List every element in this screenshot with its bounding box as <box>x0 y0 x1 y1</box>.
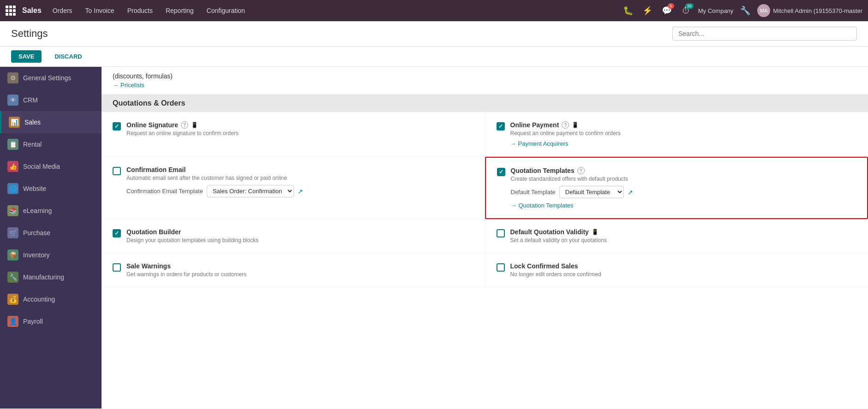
setting-desc-quotation-builder: Design your quotation templates using bu… <box>126 237 474 243</box>
sidebar-item-rental[interactable]: 📋 Rental <box>0 133 102 155</box>
sidebar-item-general-settings[interactable]: ⚙ General Settings <box>0 67 102 89</box>
brand-label: Sales <box>22 6 42 15</box>
setting-default-quotation-validity: Default Quotation Validity 📱 Set a defau… <box>485 219 868 253</box>
template-external-link[interactable]: ↗ <box>298 188 303 195</box>
setting-confirmation-email: Confirmation Email Automatic email sent … <box>102 157 485 219</box>
navbar: Sales Orders To Invoice Products Reporti… <box>0 0 868 21</box>
messages-badge: 5 <box>668 3 674 9</box>
navbar-right: 🐛 ⚡ 💬 5 ⏱ 36 My Company 🔧 MA Mitchell Ad… <box>621 3 862 18</box>
checkbox-sale-warnings[interactable] <box>113 263 121 272</box>
setting-title-sale-warnings: Sale Warnings <box>126 262 474 270</box>
sidebar-label-general-settings: General Settings <box>23 74 71 82</box>
sidebar-item-website[interactable]: 🌐 Website <box>0 178 102 200</box>
setting-desc-online-signature: Request an online signature to confirm o… <box>126 130 474 136</box>
checkbox-online-payment[interactable] <box>497 122 505 130</box>
settings-icon[interactable]: 🔧 <box>738 3 753 18</box>
elearning-icon: 📚 <box>7 205 18 216</box>
help-icon-online-payment[interactable]: ? <box>562 121 569 129</box>
timer-badge: 36 <box>685 3 694 9</box>
accounting-icon: 💰 <box>7 294 18 305</box>
general-settings-icon: ⚙ <box>7 72 18 83</box>
sidebar-label-social-media: Social Media <box>23 163 60 170</box>
sidebar-item-purchase[interactable]: 🛒 Purchase <box>0 222 102 244</box>
pricelists-link[interactable]: Pricelists <box>113 82 857 89</box>
social-media-icon: 👍 <box>7 161 18 172</box>
sidebar-item-elearning[interactable]: 📚 eLearning <box>0 200 102 222</box>
setting-desc-online-payment: Request an online payment to confirm ord… <box>510 130 857 136</box>
sidebar-item-social-media[interactable]: 👍 Social Media <box>0 155 102 178</box>
sidebar-item-manufacturing[interactable]: 🔧 Manufacturing <box>0 266 102 288</box>
template-select[interactable]: Sales Order: Confirmation <box>207 185 294 197</box>
payroll-icon: 👤 <box>7 316 18 327</box>
help-icon-online-signature[interactable]: ? <box>181 121 188 129</box>
setting-desc-lock-confirmed-sales: No longer edit orders once confirmed <box>510 271 857 278</box>
sidebar: ⚙ General Settings 👁 CRM 📊 Sales 📋 Renta… <box>0 67 102 409</box>
nav-reporting[interactable]: Reporting <box>160 0 199 21</box>
checkbox-quotation-builder[interactable] <box>113 229 121 237</box>
sidebar-item-crm[interactable]: 👁 CRM <box>0 89 102 111</box>
setting-lock-confirmed-sales: Lock Confirmed Sales No longer edit orde… <box>485 253 868 287</box>
user-menu[interactable]: MA Mitchell Admin (19155370-master <box>757 4 862 17</box>
checkbox-default-quotation-validity[interactable] <box>497 229 505 237</box>
company-name[interactable]: My Company <box>698 7 734 14</box>
sidebar-item-inventory[interactable]: 📦 Inventory <box>0 244 102 266</box>
setting-title-default-quotation-validity: Default Quotation Validity 📱 <box>510 228 857 236</box>
crm-icon: 👁 <box>7 95 18 106</box>
bug-icon[interactable]: 🐛 <box>621 3 635 18</box>
inventory-icon: 📦 <box>7 249 18 261</box>
setting-content-lock-confirmed-sales: Lock Confirmed Sales No longer edit orde… <box>510 262 857 278</box>
sidebar-item-accounting[interactable]: 💰 Accounting <box>0 288 102 310</box>
apps-grid-icon[interactable] <box>6 6 16 16</box>
checkbox-confirmation-email[interactable] <box>113 167 121 175</box>
setting-content-online-signature: Online Signature ? 📱 Request an online s… <box>126 121 474 136</box>
content-area: (discounts, formulas) Pricelists Quotati… <box>102 67 868 409</box>
sales-icon: 📊 <box>9 117 20 128</box>
nav-configuration[interactable]: Configuration <box>201 0 251 21</box>
setting-content-default-quotation-validity: Default Quotation Validity 📱 Set a defau… <box>510 228 857 243</box>
messages-icon[interactable]: 💬 5 <box>659 3 674 18</box>
default-template-row: Default Template Default Template ↗ <box>511 186 856 198</box>
checkbox-online-signature[interactable] <box>113 122 121 130</box>
default-template-select[interactable]: Default Template <box>559 186 624 198</box>
save-button[interactable]: SAVE <box>11 50 42 63</box>
nav-to-invoice[interactable]: To Invoice <box>80 0 120 21</box>
avatar: MA <box>757 4 770 17</box>
section-header: Quotations & Orders <box>102 95 868 112</box>
phone-icon-online-signature: 📱 <box>191 122 198 128</box>
timer-icon[interactable]: ⏱ 36 <box>679 3 694 18</box>
purchase-icon: 🛒 <box>7 227 18 238</box>
search-input[interactable] <box>672 27 857 41</box>
nav-orders[interactable]: Orders <box>47 0 78 21</box>
setting-content-quotation-templates: Quotation Templates ? Create standardize… <box>511 167 856 209</box>
checkbox-lock-confirmed-sales[interactable] <box>497 263 505 272</box>
discard-button[interactable]: DISCARD <box>47 50 89 63</box>
setting-title-quotation-templates: Quotation Templates ? <box>511 167 856 174</box>
payment-acquirers-link[interactable]: Payment Acquirers <box>510 140 857 147</box>
setting-title-confirmation-email: Confirmation Email <box>126 166 474 173</box>
sidebar-item-sales[interactable]: 📊 Sales <box>0 111 102 133</box>
setting-desc-default-quotation-validity: Set a default validity on your quotation… <box>510 237 857 243</box>
setting-online-payment: Online Payment ? 📱 Request an online pay… <box>485 112 868 157</box>
nav-products[interactable]: Products <box>122 0 158 21</box>
setting-quotation-templates: Quotation Templates ? Create standardize… <box>485 157 868 219</box>
setting-desc-confirmation-email: Automatic email sent after the customer … <box>126 175 474 181</box>
setting-online-signature: Online Signature ? 📱 Request an online s… <box>102 112 485 157</box>
quotation-templates-link[interactable]: Quotation Templates <box>511 202 856 209</box>
default-template-external-link[interactable]: ↗ <box>628 189 633 196</box>
phone-icon-default-quotation-validity: 📱 <box>592 229 599 235</box>
template-label: Confirmation Email Template <box>126 188 203 195</box>
sidebar-label-accounting: Accounting <box>23 296 55 303</box>
sidebar-label-rental: Rental <box>23 141 42 148</box>
sidebar-label-purchase: Purchase <box>23 229 50 237</box>
help-icon-quotation-templates[interactable]: ? <box>577 167 585 174</box>
sidebar-label-elearning: eLearning <box>23 207 52 214</box>
sidebar-label-website: Website <box>23 185 46 192</box>
activity-icon[interactable]: ⚡ <box>640 3 655 18</box>
checkbox-quotation-templates[interactable] <box>497 168 505 176</box>
setting-title-quotation-builder: Quotation Builder <box>126 228 474 236</box>
setting-content-quotation-builder: Quotation Builder Design your quotation … <box>126 228 474 243</box>
phone-icon-online-payment: 📱 <box>572 122 579 128</box>
default-template-label: Default Template <box>511 189 556 196</box>
app-brand[interactable]: Sales <box>6 6 42 16</box>
sidebar-item-payroll[interactable]: 👤 Payroll <box>0 310 102 332</box>
